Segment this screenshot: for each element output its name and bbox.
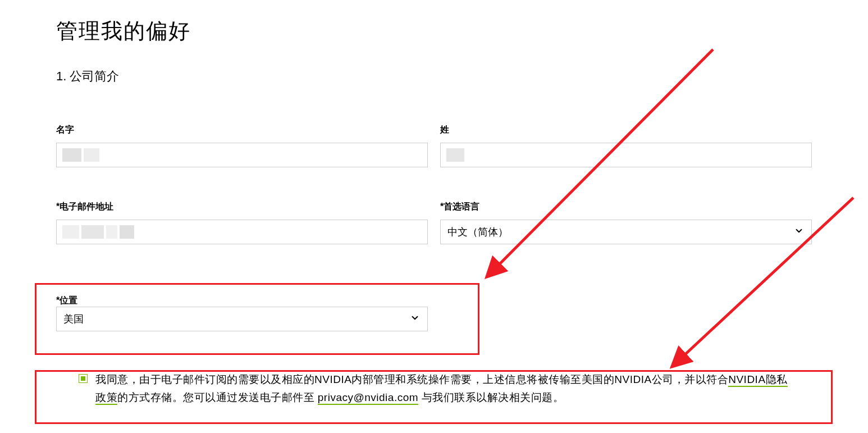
privacy-email-link[interactable]: privacy@nvidia.com: [318, 391, 418, 405]
last-name-input[interactable]: [440, 143, 812, 167]
location-label: *位置: [56, 295, 77, 305]
page-title: 管理我的偏好: [56, 17, 812, 45]
redacted-block: [446, 143, 806, 167]
first-name-group: 名字: [56, 124, 428, 167]
consent-text-part1: 我同意，由于电子邮件订阅的需要以及相应的NVIDIA内部管理和系统操作需要，上述…: [95, 373, 728, 385]
email-label: *电子邮件地址: [56, 201, 428, 213]
consent-text-part2: 的方式存储。您可以通过发送电子邮件至: [117, 391, 318, 403]
form-row-location: *位置 美国: [56, 278, 812, 331]
consent-text-part3: 与我们联系以解决相关问题。: [418, 391, 564, 403]
email-input[interactable]: [56, 220, 428, 244]
email-group: *电子邮件地址: [56, 201, 428, 244]
last-name-label: 姓: [440, 124, 812, 136]
form-row-name: 名字 姓: [56, 124, 812, 167]
location-select[interactable]: 美国: [56, 307, 428, 331]
consent-checkbox[interactable]: [79, 374, 88, 383]
language-group: *首选语言 中文（简体）: [440, 201, 812, 244]
language-select[interactable]: 中文（简体）: [440, 220, 812, 244]
redacted-block: [62, 143, 422, 167]
first-name-input[interactable]: [56, 143, 428, 167]
last-name-group: 姓: [440, 124, 812, 167]
consent-text: 我同意，由于电子邮件订阅的需要以及相应的NVIDIA内部管理和系统操作需要，上述…: [95, 371, 795, 407]
section-heading: 1. 公司简介: [56, 68, 812, 85]
first-name-label: 名字: [56, 124, 428, 136]
language-label: *首选语言: [440, 201, 812, 213]
form-row-email-lang: *电子邮件地址 *首选语言 中文（简体）: [56, 201, 812, 244]
consent-section: 我同意，由于电子邮件订阅的需要以及相应的NVIDIA内部管理和系统操作需要，上述…: [56, 365, 812, 413]
redacted-block: [62, 220, 422, 244]
location-group: *位置 美国: [56, 295, 428, 331]
checkbox-checked-icon: [81, 376, 85, 381]
